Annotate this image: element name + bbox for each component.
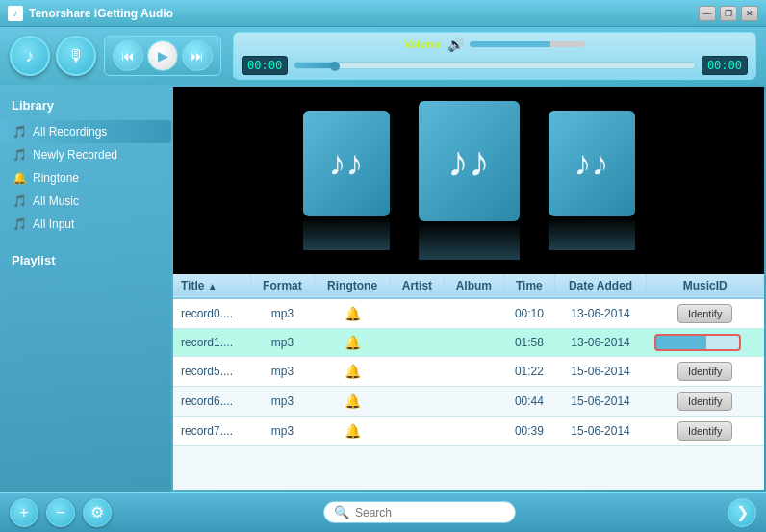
progress-bar[interactable]: [294, 62, 696, 69]
ringtone-icon: 🔔: [12, 170, 27, 186]
album-cell: [444, 329, 503, 357]
col-ringtone[interactable]: Ringtone: [315, 274, 391, 298]
sidebar-item-ringtone[interactable]: 🔔 Ringtone: [0, 166, 171, 190]
album-card-3: ♪♪: [549, 111, 635, 216]
identify-button[interactable]: Identify: [677, 392, 732, 411]
album-art-area: ♪♪ ♪♪ ♪♪: [173, 87, 764, 274]
album-card-1: ♪♪: [303, 111, 390, 216]
sidebar-item-all-music-label: All Music: [33, 194, 79, 208]
music-button[interactable]: ♪: [10, 36, 50, 76]
time-cell: 00:39: [504, 417, 555, 446]
title-cell: record1....: [173, 329, 250, 357]
music-id-cell: Identify: [647, 417, 764, 446]
album-cell: [444, 387, 503, 417]
album-card-container-2: ♪♪: [419, 101, 520, 260]
music-id-cell: [647, 329, 764, 357]
app-container: ♪ 🎙 ⏮ ▶ ⏭ Volume 🔊 00:00 00:00: [0, 27, 766, 532]
table-row[interactable]: record6.... mp3 🔔 00:44 15-06-2014 Ident…: [173, 387, 764, 417]
col-artist[interactable]: Artist: [391, 274, 444, 298]
search-input[interactable]: [355, 506, 499, 519]
sidebar-item-all-music[interactable]: 🎵 All Music: [0, 190, 171, 213]
mic-button[interactable]: 🎙: [56, 36, 96, 76]
next-button[interactable]: ⏭: [182, 40, 213, 71]
col-time[interactable]: Time: [504, 274, 555, 298]
date-cell: 15-06-2014: [554, 417, 647, 446]
time-start: 00:00: [242, 56, 288, 75]
table-header: Title ▲ Format Ringtone Artist Album Tim…: [173, 274, 764, 298]
ringtone-cell: 🔔: [315, 417, 391, 446]
time-cell: 01:22: [504, 357, 555, 387]
time-cell: 01:58: [504, 329, 555, 357]
identify-progress: [654, 334, 741, 351]
album-card-container-3: ♪♪: [549, 111, 635, 250]
col-date-added[interactable]: Date Added: [554, 274, 647, 298]
app-title: Tenorshare iGetting Audio: [29, 7, 699, 20]
sidebar-item-newly-recorded[interactable]: 🎵 Newly Recorded: [0, 143, 171, 166]
col-format[interactable]: Format: [250, 274, 314, 298]
identify-button[interactable]: Identify: [677, 421, 732, 441]
title-cell: record5....: [173, 357, 250, 387]
col-album[interactable]: Album: [444, 274, 503, 298]
restore-button[interactable]: ❐: [720, 6, 737, 21]
newly-recorded-icon: 🎵: [12, 147, 27, 163]
search-box: 🔍: [323, 501, 516, 523]
ringtone-cell: 🔔: [315, 357, 391, 387]
bell-icon: 🔔: [345, 335, 361, 350]
all-recordings-icon: 🎵: [12, 124, 27, 139]
sidebar: Library 🎵 All Recordings 🎵 Newly Recorde…: [0, 85, 171, 492]
format-cell: mp3: [250, 387, 314, 417]
table-row[interactable]: record1.... mp3 🔔 01:58 13-06-2014: [173, 329, 764, 357]
title-cell: record0....: [173, 298, 250, 329]
all-input-icon: 🎵: [12, 216, 27, 232]
time-cell: 00:10: [504, 298, 555, 329]
sidebar-item-ringtone-label: Ringtone: [33, 171, 79, 185]
sidebar-item-all-recordings[interactable]: 🎵 All Recordings: [0, 120, 171, 143]
artist-cell: [391, 387, 444, 417]
bell-icon: 🔔: [345, 393, 361, 409]
col-title[interactable]: Title ▲: [173, 274, 250, 298]
format-cell: mp3: [250, 357, 314, 387]
all-music-icon: 🎵: [12, 193, 27, 209]
table-body: record0.... mp3 🔔 00:10 13-06-2014 Ident…: [173, 298, 764, 446]
next-page-button[interactable]: ❯: [728, 498, 756, 527]
date-cell: 13-06-2014: [554, 329, 647, 357]
table-row[interactable]: record7.... mp3 🔔 00:39 15-06-2014 Ident…: [173, 417, 764, 446]
bell-icon: 🔔: [345, 423, 361, 439]
volume-label: Volume: [404, 38, 442, 50]
sidebar-item-all-input[interactable]: 🎵 All Input: [0, 213, 171, 236]
volume-slider[interactable]: [470, 41, 585, 47]
album-cell: [444, 298, 503, 329]
album-cell: [444, 417, 503, 446]
identify-button[interactable]: Identify: [677, 362, 732, 381]
time-cell: 00:44: [504, 387, 555, 417]
table-row[interactable]: record0.... mp3 🔔 00:10 13-06-2014 Ident…: [173, 298, 764, 329]
identify-button[interactable]: Identify: [677, 304, 732, 323]
music-id-cell: Identify: [647, 298, 764, 329]
progress-handle: [330, 62, 340, 71]
format-cell: mp3: [250, 298, 314, 329]
transport-controls: ⏮ ▶ ⏭: [104, 36, 221, 76]
add-button[interactable]: +: [10, 498, 38, 527]
minimize-button[interactable]: —: [699, 6, 716, 21]
play-button[interactable]: ▶: [147, 40, 178, 71]
album-note-1: ♪♪: [329, 143, 364, 184]
date-cell: 13-06-2014: [554, 298, 647, 329]
date-cell: 15-06-2014: [554, 387, 647, 417]
album-note-3: ♪♪: [574, 143, 609, 184]
close-button[interactable]: ✕: [741, 6, 758, 21]
format-cell: mp3: [250, 417, 314, 446]
prev-button[interactable]: ⏮: [113, 40, 143, 71]
search-container: 🔍: [119, 501, 720, 523]
settings-button[interactable]: ⚙: [83, 498, 112, 527]
toolbar: ♪ 🎙 ⏮ ▶ ⏭ Volume 🔊 00:00 00:00: [0, 27, 766, 85]
volume-row: Volume 🔊: [242, 37, 748, 52]
artist-cell: [391, 417, 444, 446]
window-controls: — ❐ ✕: [699, 6, 758, 21]
title-bar: ♪ Tenorshare iGetting Audio — ❐ ✕: [0, 0, 766, 27]
sort-arrow-icon: ▲: [208, 281, 217, 291]
col-music-id[interactable]: MusicID: [647, 274, 764, 298]
sidebar-item-all-recordings-label: All Recordings: [33, 125, 107, 139]
table-row[interactable]: record5.... mp3 🔔 01:22 15-06-2014 Ident…: [173, 357, 764, 387]
artist-cell: [391, 298, 444, 329]
remove-button[interactable]: −: [46, 498, 75, 527]
